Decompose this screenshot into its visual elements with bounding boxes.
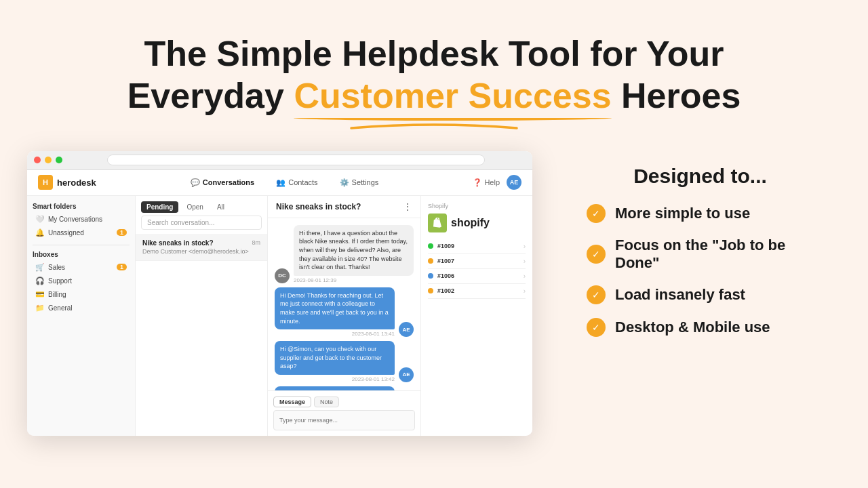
billing-icon: 💳 (35, 290, 45, 299)
chat-header: Nike sneaks in stock? ⋮ (268, 196, 420, 218)
order-item-1009[interactable]: #1009 › (428, 239, 526, 254)
sidebar-item-billing[interactable]: 💳 Billing (33, 288, 130, 301)
chevron-right-icon: › (524, 243, 526, 250)
app-inner: H herodesk 💬 Conversations 👥 Contacts ⚙️… (27, 170, 532, 436)
conv-item-name: Nike sneaks in stock? (142, 239, 214, 247)
shopify-panel: Shopify shopify #1009 › (420, 196, 532, 436)
order-item-1007[interactable]: #1007 › (428, 254, 526, 269)
order-status-dot (428, 243, 433, 249)
shopify-icon (428, 214, 447, 232)
conv-item-preview: Demo Customer <demo@herodesk.io> (142, 248, 260, 255)
tab-all[interactable]: All (212, 201, 230, 213)
chat-input-tabs: Message Note (273, 396, 415, 407)
feature-text-3: Load insanely fast (615, 286, 745, 304)
nav-tabs: 💬 Conversations 👥 Contacts ⚙️ Settings (110, 176, 460, 190)
conv-tabs: Pending Open All (136, 196, 267, 216)
tab-conversations[interactable]: 💬 Conversations (185, 176, 260, 190)
conversation-list: Pending Open All Search conversation... … (136, 196, 268, 436)
message-input[interactable] (273, 410, 415, 430)
help-link[interactable]: ❓ Help (473, 178, 500, 187)
tab-message[interactable]: Message (273, 396, 311, 407)
tab-note[interactable]: Note (314, 396, 339, 407)
order-item-1006[interactable]: #1006 › (428, 269, 526, 284)
check-icon-2: ✓ (587, 245, 606, 264)
unassigned-badge: 1 (117, 229, 127, 236)
feature-item-2: ✓ Focus on the "Job to be Done" (587, 237, 814, 272)
sidebar-item-my-conversations[interactable]: 🤍 My Conversations (33, 213, 130, 226)
header-section: The Simple Helpdesk Tool for Your Everyd… (0, 0, 868, 151)
sidebar-item-general[interactable]: 📁 General (33, 302, 130, 314)
features-title: Designed to... (587, 165, 814, 188)
tab-contacts[interactable]: 👥 Contacts (271, 176, 323, 190)
sales-badge: 1 (117, 264, 127, 270)
heart-icon: 🤍 (35, 215, 45, 224)
shopify-logo: shopify (428, 214, 526, 232)
chat-title: Nike sneaks in stock? (276, 202, 361, 211)
order-status-dot (428, 288, 433, 293)
brand-name: herodesk (57, 178, 96, 188)
chevron-right-icon: › (524, 258, 526, 265)
check-icon-1: ✓ (587, 204, 606, 223)
feature-item-3: ✓ Load insanely fast (587, 285, 814, 304)
message-bubble: Hi @Simon, can you check with our suppli… (275, 341, 395, 375)
heading-line1: The Simple Helpdesk Tool for Your (144, 34, 724, 73)
minimize-button-dot[interactable] (45, 157, 52, 163)
features-section: Designed to... ✓ More simple to use ✓ Fo… (559, 151, 841, 364)
message-bubble: Hi Demo! Thanks for reaching out. Let me… (275, 287, 395, 329)
chat-menu-icon[interactable]: ⋮ (403, 201, 412, 212)
message-time: 2023-08-01 12:39 (294, 277, 414, 283)
message-row: DC Hi there, I have a question about the… (275, 225, 414, 283)
brand-icon: H (38, 175, 53, 190)
maximize-button-dot[interactable] (56, 157, 62, 163)
order-item-1002[interactable]: #1002 › (428, 284, 526, 299)
conversation-item[interactable]: Nike sneaks in stock? 8m Demo Customer <… (136, 234, 267, 261)
sidebar: Smart folders 🤍 My Conversations 🔔 Unass… (27, 196, 136, 436)
message-time: 2023-08-01 13:41 (275, 331, 395, 337)
sidebar-item-sales[interactable]: 🛒 Sales 1 (33, 261, 130, 274)
tab-settings[interactable]: ⚙️ Settings (334, 176, 384, 190)
top-nav: H herodesk 💬 Conversations 👥 Contacts ⚙️… (27, 170, 532, 196)
avatar-ae2: AE (399, 367, 414, 382)
message-row: AE Hi @Simon, can you check with our sup… (275, 341, 414, 382)
main-content: H herodesk 💬 Conversations 👥 Contacts ⚙️… (0, 151, 868, 436)
window-titlebar (27, 151, 532, 170)
support-icon: 🎧 (35, 277, 45, 285)
underline-decoration (346, 120, 522, 131)
unassigned-icon: 🔔 (35, 228, 45, 237)
nav-right: ❓ Help AE (473, 175, 521, 190)
chevron-right-icon: › (524, 287, 526, 295)
tab-pending[interactable]: Pending (141, 201, 178, 213)
conversation-search[interactable]: Search conversation... (141, 216, 262, 230)
orders-list: #1009 › #1007 › #1006 › (428, 239, 526, 299)
app-screenshot: H herodesk 💬 Conversations 👥 Contacts ⚙️… (27, 151, 532, 436)
brand-logo: H herodesk (38, 175, 96, 190)
order-status-dot (428, 273, 433, 279)
sidebar-item-unassigned[interactable]: 🔔 Unassigned 1 (33, 226, 130, 239)
chevron-right-icon: › (524, 272, 526, 280)
user-avatar[interactable]: AE (507, 175, 521, 190)
sales-icon: 🛒 (35, 263, 45, 272)
message-row: AE Hi Demo! Thanks for reaching out. Let… (275, 287, 414, 337)
heading-highlight: Customer Success (294, 76, 611, 115)
check-icon-3: ✓ (587, 285, 606, 304)
chat-input-area: Message Note (268, 390, 420, 436)
feature-text-4: Desktop & Mobile use (615, 319, 770, 336)
inboxes-title: Inboxes (33, 251, 130, 258)
check-icon-4: ✓ (587, 318, 606, 337)
heading-everyday: Everyday (127, 76, 294, 115)
shopify-label: Shopify (428, 203, 526, 209)
chat-messages: DC Hi there, I have a question about the… (268, 218, 420, 390)
avatar-ae: AE (399, 322, 414, 337)
close-button-dot[interactable] (34, 157, 41, 163)
feature-item-4: ✓ Desktop & Mobile use (587, 318, 814, 337)
sidebar-divider (33, 245, 130, 245)
tab-open[interactable]: Open (181, 201, 208, 213)
smart-folders-title: Smart folders (33, 203, 130, 210)
feature-text-2: Focus on the "Job to be Done" (615, 237, 814, 272)
order-status-dot (428, 258, 433, 264)
sidebar-item-support[interactable]: 🎧 Support (33, 274, 130, 287)
heading-line2: Everyday Customer Success Heroes (127, 76, 741, 115)
url-bar[interactable] (107, 155, 485, 165)
chat-area: Nike sneaks in stock? ⋮ DC Hi there, I h… (268, 196, 420, 436)
conv-item-time: 8m (252, 239, 260, 247)
